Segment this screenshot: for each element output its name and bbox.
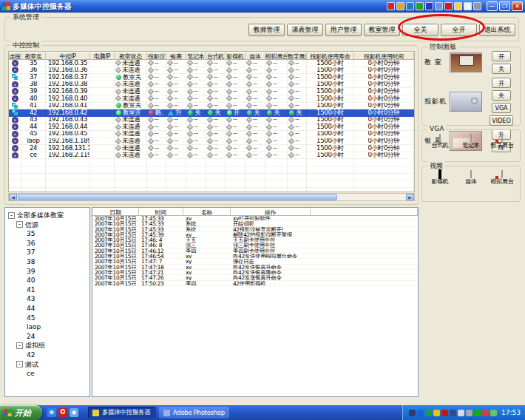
tree-item-44[interactable]: 44 [7,304,88,314]
table-row[interactable]: ce192.168.2.119未连通----------------1500小时… [9,152,414,160]
log-row[interactable]: 2007年10月15日17:46:12李四李四刷卡使用中控 [92,248,418,254]
horizontal-scrollbar[interactable]: ◄ ► [8,193,415,201]
digital-visualizer-item[interactable]: 数字展台 [487,135,517,149]
tree-item-39[interactable]: 39 [7,267,88,277]
start-button[interactable]: 开始 [0,405,42,420]
log-row[interactable]: 2007年10月15日17:45:33系统42投影仪被异常断开! [92,227,418,232]
log-row[interactable]: 2007年10月15日17:47:26xy向42发送银幕升命令 [92,275,418,280]
tree-item-41[interactable]: 41 [7,285,88,295]
media-item[interactable]: 媒体 [456,171,486,186]
log-row[interactable]: 2007年10月15日17:45:33xyxy打开控制软件 [92,216,418,221]
dvd-player-item[interactable]: 影碟机 [425,171,455,186]
collapse-icon[interactable]: - [16,221,23,228]
tray-icon[interactable] [425,410,432,416]
tree-item-35[interactable]: 35 [7,229,88,239]
tray-icon[interactable] [482,410,489,416]
table-row[interactable]: 43192.168.0.43未连通----------------1500小时0… [9,117,414,124]
titlebar-toolbar-icon[interactable] [387,2,395,10]
log-row[interactable]: 2007年10月15日17:45:33系统开始侦听 [92,221,418,226]
tree-item-38[interactable]: 38 [7,257,88,267]
tray-icon[interactable] [474,410,481,416]
exit-system-button[interactable]: 退出系统 [479,24,515,36]
scrollbar-thumb[interactable] [18,194,337,200]
log-row[interactable]: 2007年10月15日17:46: 8张三张三刷卡使用中控 [92,243,418,248]
all-on-button[interactable]: 全开 [441,24,477,36]
titlebar-toolbar-icon[interactable] [396,2,404,10]
tree-item-37[interactable]: 37 [7,248,88,257]
tree-item-24[interactable]: 24 [7,332,88,342]
tree-item-42[interactable]: 42 [7,350,88,360]
tree-item-40[interactable]: 40 [7,276,88,285]
collapse-icon[interactable]: - [16,342,23,349]
titlebar-toolbar-icon[interactable] [425,2,433,10]
tree-item-43[interactable]: 43 [7,294,88,304]
projector-video-button[interactable]: VIDEO [490,115,512,126]
collapse-icon[interactable]: - [16,361,23,368]
tray-icon[interactable] [417,410,424,416]
table-row[interactable]: 40192.168.0.40未连通----------------1500小时0… [9,95,414,103]
tree-item-laop[interactable]: laop [7,322,88,332]
log-row[interactable]: 2007年10月15日17:46: 4王五王五刷卡使用中控 [92,237,418,243]
projector-off-button[interactable]: 关 [492,90,511,101]
taskbar-task-active[interactable]: 多媒体中控服务器 [88,407,156,419]
table-row[interactable]: 35192.168.0.35未连通----------------1500小时0… [9,60,414,67]
table-row[interactable]: laop192.168.1.189未连通----------------1500… [9,138,414,146]
log-row[interactable]: 2007年10月15日17:47:18xy向42发送银幕升命令 [92,265,418,270]
classroom-off-button[interactable]: 关 [492,64,511,74]
scroll-right-arrow[interactable]: ► [406,194,414,200]
teacher-management-button[interactable]: 教师管理 [248,24,285,36]
table-row[interactable]: 24192.168.131.1未连通----------------1500小时… [9,145,414,152]
table-row[interactable]: 41192.168.0.41教室关----------------1500小时0… [9,103,414,110]
collapse-icon[interactable]: - [8,212,15,219]
laptop-item[interactable]: 笔记本 [456,135,486,149]
table-row[interactable]: 38192.168.0.38未连通----------------1500小时0… [9,81,414,89]
projector-on-button[interactable]: 开 [492,78,511,88]
quick-launch-app-icon[interactable]: ◆ [70,408,78,417]
titlebar-toolbar-icon[interactable] [416,2,424,10]
tree-item-45[interactable]: 45 [7,314,88,323]
user-management-button[interactable]: 用户管理 [325,24,362,36]
table-row[interactable]: 44192.168.0.44未连通----------------1500小时0… [9,123,414,131]
log-row[interactable]: 2007年10月15日17:47:21xy向42发送银幕降命令 [92,270,418,275]
restore-button[interactable]: ❐ [499,1,510,11]
titlebar-toolbar-icon[interactable] [444,2,453,10]
tree-root[interactable]: -全部多媒体教室 [7,211,88,220]
log-row[interactable]: 2007年10月15日17:50:23李四42使用影碟机 [92,281,418,286]
tree-group-信源[interactable]: -信源 [7,220,88,230]
tree-item-36[interactable]: 36 [7,239,88,248]
all-off-button[interactable]: 全关 [402,24,438,36]
tray-icon[interactable] [441,410,448,416]
titlebar-toolbar-icon[interactable] [406,2,414,10]
classroom-on-button[interactable]: 开 [492,51,511,61]
log-row[interactable]: 2007年10月15日17:45:39xy解除42的投影仪断开警报 [92,232,418,237]
tray-icon[interactable] [433,410,440,416]
taskbar-task-inactive[interactable]: Adobe Photoshop [159,407,229,419]
table-row[interactable]: 39192.168.0.39未连通----------------1500小时0… [9,88,414,95]
tree-group-虚拟组[interactable]: -虚拟组 [7,341,88,350]
close-button[interactable]: ✕ [512,1,523,11]
schedule-management-button[interactable]: 课表管理 [287,24,323,36]
titlebar-toolbar-icon[interactable] [473,2,481,10]
tree-item-ce[interactable]: ce [7,369,88,379]
quick-launch-opera-icon[interactable]: O [58,408,67,417]
classroom-management-button[interactable]: 教室管理 [364,24,400,36]
tray-icon[interactable] [466,410,472,416]
tray-icon[interactable] [450,410,456,416]
analog-visualizer-item[interactable]: 模拟展台 [487,171,517,186]
table-row[interactable]: 37192.168.0.37教室关----------------1500小时0… [9,74,414,81]
projector-vga-button[interactable]: VGA [492,103,511,113]
minimize-button[interactable]: — [487,1,498,11]
log-row[interactable]: 2007年10月15日17:46:54xy向42发送使用模拟展台命令 [92,254,418,259]
table-row[interactable]: 42192.168.0.42教室开断.升关关开关关关1500小时0小时0分钟 [9,109,414,117]
log-row[interactable]: 2007年10月15日17:47: 7xy保存日志 [92,259,418,264]
table-row[interactable]: 45192.168.0.45未连通----------------1500小时0… [9,131,414,138]
titlebar-toolbar-icon[interactable] [454,2,462,10]
tray-icon[interactable] [458,410,464,416]
scroll-left-arrow[interactable]: ◄ [9,194,17,200]
titlebar-toolbar-icon[interactable] [435,2,443,10]
desktop-item[interactable]: 台式机 [425,135,455,149]
tree-group-测试[interactable]: -测试 [7,360,88,370]
titlebar-toolbar-icon[interactable] [464,2,472,10]
quick-launch-browser-icon[interactable]: e [47,408,56,417]
table-row[interactable]: 36192.168.0.36未连通----------------1500小时0… [9,67,414,75]
